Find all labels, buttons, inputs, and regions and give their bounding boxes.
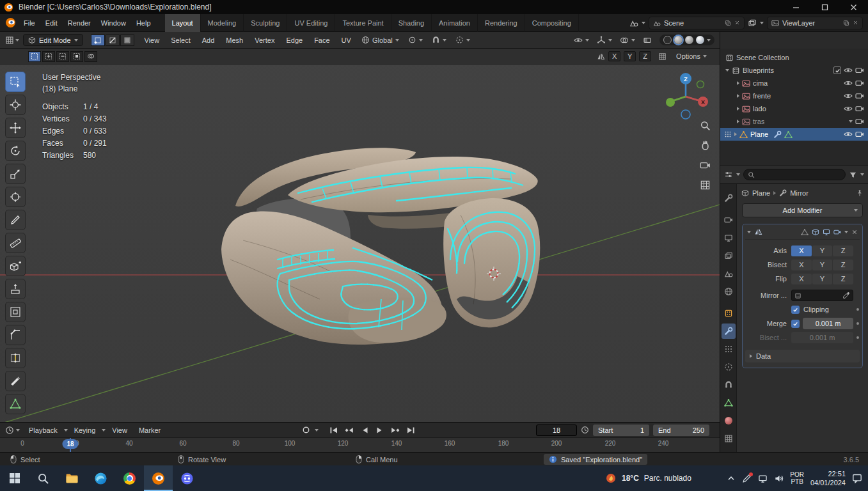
transform-orientation-selector[interactable]: Global <box>361 36 399 44</box>
axis-y-toggle[interactable]: Y <box>812 246 833 256</box>
browse-viewlayer-icon[interactable] <box>748 19 757 27</box>
tool-inset-faces[interactable] <box>5 302 26 322</box>
start-frame-field[interactable]: Start 1 <box>593 425 649 436</box>
jump-to-end-button[interactable] <box>404 425 417 436</box>
animate-dot[interactable] <box>856 336 859 339</box>
close-button[interactable] <box>839 0 868 14</box>
tool-scale[interactable] <box>5 164 26 184</box>
eyedropper-icon[interactable] <box>842 292 850 299</box>
bisect-z-toggle[interactable]: Z <box>833 260 853 270</box>
wireframe-shading-button[interactable] <box>663 36 672 44</box>
end-frame-field[interactable]: End 250 <box>653 425 709 436</box>
outliner-row-frente[interactable]: frente <box>720 90 868 102</box>
outliner-row-cima[interactable]: cima <box>720 77 868 90</box>
outliner-row-scene-collection[interactable]: Scene Collection <box>720 51 868 64</box>
pin-icon[interactable] <box>856 189 864 197</box>
unlink-scene-icon[interactable] <box>734 20 740 26</box>
hide-eye-icon[interactable] <box>844 91 853 100</box>
bisect-distance-field[interactable]: 0.001 m <box>791 332 853 343</box>
minimize-button[interactable] <box>782 0 810 14</box>
shading-dropdown-icon[interactable] <box>707 39 711 42</box>
tab-uv-editing[interactable]: UV Editing <box>287 14 335 32</box>
mesh-data-icon[interactable] <box>784 130 793 139</box>
playhead-frame-badge[interactable]: 18 <box>62 439 78 449</box>
snap-base-icon[interactable] <box>658 52 667 61</box>
timeline-editor-icon[interactable] <box>5 426 14 435</box>
proportional-editing-selector[interactable] <box>455 36 470 44</box>
properties-editor-icon[interactable] <box>724 170 733 179</box>
axis-z-toggle[interactable]: Z <box>833 246 853 256</box>
render-camera-icon[interactable] <box>855 117 864 126</box>
tab-world[interactable] <box>722 284 736 299</box>
solid-shading-button[interactable] <box>674 36 683 44</box>
menu-marker[interactable]: Marker <box>134 421 166 439</box>
modifier-wrench-icon[interactable] <box>773 130 782 139</box>
face-select-mode-button[interactable] <box>120 35 134 46</box>
pivot-point-selector[interactable] <box>408 36 423 44</box>
taskbar-edge[interactable] <box>86 465 115 491</box>
volume-icon[interactable] <box>774 474 784 483</box>
tab-compositing[interactable]: Compositing <box>525 14 579 32</box>
jump-to-start-button[interactable] <box>327 425 340 436</box>
current-frame-field[interactable]: 18 <box>536 425 577 436</box>
snapping-selector[interactable] <box>432 36 446 44</box>
taskbar-blender[interactable] <box>144 465 173 491</box>
properties-editor-dropdown-icon[interactable] <box>736 173 740 176</box>
maximize-button[interactable] <box>810 0 839 14</box>
tab-particles[interactable] <box>722 341 736 357</box>
timeline-editor-dropdown-icon[interactable] <box>16 429 20 432</box>
taskbar-discord[interactable] <box>173 465 201 491</box>
tray-expand-icon[interactable] <box>727 474 736 483</box>
editor-type-icon[interactable] <box>5 36 14 45</box>
options-menu[interactable]: Options <box>676 52 707 60</box>
tab-scene[interactable] <box>722 266 736 281</box>
properties-filter-icon[interactable] <box>849 171 857 179</box>
tool-rotate[interactable] <box>5 141 26 161</box>
editmode-toggle-icon[interactable] <box>812 228 819 236</box>
menu-view[interactable]: View <box>139 31 165 49</box>
mirror-y-toggle[interactable]: Y <box>624 51 636 61</box>
tool-poly-build[interactable] <box>5 394 26 414</box>
save-notification[interactable]: Saved "Exploration.blend" <box>544 454 647 465</box>
menu-render[interactable]: Render <box>63 14 96 32</box>
item-expand-icon[interactable] <box>734 132 737 136</box>
menu-mesh[interactable]: Mesh <box>221 31 248 49</box>
flip-y-toggle[interactable]: Y <box>812 274 833 284</box>
jump-prev-keyframe-button[interactable] <box>343 425 356 436</box>
tab-shading[interactable]: Shading <box>391 14 432 32</box>
browse-scene-icon[interactable] <box>629 19 638 27</box>
action-center-icon[interactable] <box>852 473 862 483</box>
edge-select-mode-button[interactable] <box>106 35 120 46</box>
select-invert-button[interactable] <box>70 51 83 62</box>
tab-sculpting[interactable]: Sculpting <box>244 14 287 32</box>
outliner-row-blueprints[interactable]: Blueprints <box>720 64 868 77</box>
animate-dot[interactable] <box>856 322 859 325</box>
bisect-x-toggle[interactable]: X <box>791 260 812 270</box>
properties-filter-dropdown-icon[interactable] <box>860 173 864 176</box>
tool-knife[interactable] <box>5 371 26 391</box>
mirror-object-field[interactable] <box>791 290 853 301</box>
keying-set-dropdown-icon[interactable] <box>315 429 319 432</box>
tab-tool[interactable] <box>722 191 736 206</box>
tab-constraints[interactable] <box>722 377 736 393</box>
auto-keying-button[interactable] <box>299 425 312 436</box>
tab-output[interactable] <box>722 230 736 246</box>
tab-rendering[interactable]: Rendering <box>478 14 525 32</box>
tool-bevel[interactable] <box>5 325 26 345</box>
tool-loop-cut[interactable] <box>5 348 26 368</box>
jump-next-keyframe-button[interactable] <box>389 425 402 436</box>
breadcrumb-object[interactable]: Plane <box>752 189 770 197</box>
timeline-ruler[interactable]: 0 20 40 60 80 100 120 140 160 180 200 22… <box>0 437 720 452</box>
tab-texture-paint[interactable]: Texture Paint <box>335 14 391 32</box>
tab-layout[interactable]: Layout <box>165 14 201 32</box>
select-subtract-button[interactable] <box>56 51 69 62</box>
breadcrumb-modifier[interactable]: Mirror <box>790 189 809 197</box>
axis-x-toggle[interactable]: X <box>791 246 812 256</box>
tab-data[interactable] <box>722 395 736 410</box>
merge-checkbox[interactable] <box>791 320 800 328</box>
mode-selector[interactable]: Edit Mode <box>23 34 83 46</box>
render-camera-icon[interactable] <box>855 130 864 139</box>
mirror-z-toggle[interactable]: Z <box>639 51 651 61</box>
hide-eye-icon[interactable] <box>844 130 853 139</box>
menu-help[interactable]: Help <box>131 14 156 32</box>
